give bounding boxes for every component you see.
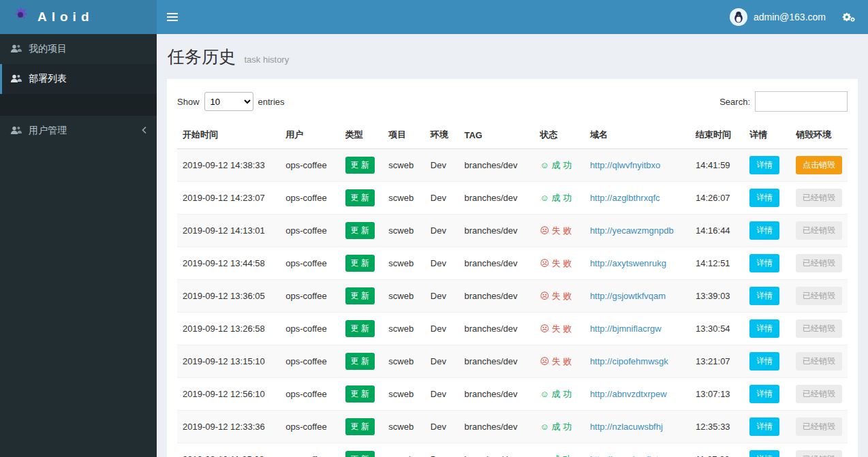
user-menu[interactable]: admin@163.com (730, 0, 826, 34)
detail-button[interactable]: 详情 (749, 221, 779, 240)
destroy-button[interactable]: 点击销毁 (796, 156, 842, 174)
cell-destroy: 已经销毁 (790, 345, 848, 378)
cell-destroy: 已经销毁 (790, 378, 848, 411)
sidebar-item-user-management[interactable]: 用户管理 (0, 116, 157, 146)
cell-type: 更 新 (340, 247, 384, 280)
destroy-button[interactable]: 已经销毁 (796, 189, 842, 207)
status-badge: ☺ 成 功 (540, 193, 572, 203)
type-badge: 更 新 (345, 222, 375, 239)
page-title: 任务历史 (168, 47, 236, 66)
cell-status: ☹ 失 败 (534, 345, 584, 378)
table-row: 2019-09-12 14:13:01 ops-coffee 更 新 scweb… (177, 215, 848, 247)
col-domain[interactable]: 域名 (585, 121, 690, 149)
cell-domain: http://cipofehmwsgk (585, 345, 690, 378)
domain-link[interactable]: http://cipofehmwsgk (590, 356, 668, 366)
type-badge: 更 新 (345, 287, 375, 304)
cell-tag: branches/dev (459, 182, 534, 215)
page-size-select[interactable]: 10 (204, 92, 253, 111)
destroy-button[interactable]: 已经销毁 (796, 385, 842, 403)
domain-link[interactable]: http://gsjowtkfvqam (590, 291, 666, 301)
status-face-icon: ☹ (540, 258, 549, 268)
table-header-row: 开始时间 用户 类型 项目 环境 TAG 状态 域名 结束时间 详情 销毁环境 (177, 121, 848, 149)
page-size-control: Show 10 entries (177, 92, 285, 111)
search-control: Search: (719, 91, 848, 112)
users-icon (10, 74, 22, 85)
col-type[interactable]: 类型 (340, 121, 384, 149)
cell-user: ops-coffee (280, 215, 339, 247)
destroy-button[interactable]: 已经销毁 (796, 450, 842, 457)
brand[interactable]: Aloid (0, 0, 157, 34)
domain-link[interactable]: http://nzlacuwsbfhj (590, 422, 663, 432)
cell-tag: branches/dev (459, 280, 534, 313)
detail-button[interactable]: 详情 (749, 156, 779, 174)
detail-button[interactable]: 详情 (749, 287, 779, 305)
cell-user: ops-coffee (280, 313, 339, 345)
cell-user: ops-coffee (280, 345, 339, 378)
cell-env: Dev (425, 443, 459, 457)
domain-link[interactable]: http://sowglavdjqtc (590, 454, 663, 457)
status-badge: ☹ 失 败 (540, 258, 572, 268)
col-env[interactable]: 环境 (425, 121, 459, 149)
cell-tag: branches/dev (459, 411, 534, 443)
domain-link[interactable]: http://qlwvfnyitbxo (590, 160, 660, 170)
cell-end-time: 13:07:13 (690, 378, 744, 411)
destroy-button[interactable]: 已经销毁 (796, 417, 842, 436)
col-end-time[interactable]: 结束时间 (690, 121, 744, 149)
col-start-time[interactable]: 开始时间 (177, 121, 280, 149)
status-text: 成 功 (551, 193, 572, 203)
domain-link[interactable]: http://bjmniflacrgw (590, 324, 662, 334)
col-tag[interactable]: TAG (459, 121, 534, 149)
destroy-button[interactable]: 已经销毁 (796, 221, 842, 240)
cell-user: ops-coffee (280, 378, 339, 411)
destroy-button[interactable]: 已经销毁 (796, 287, 842, 305)
settings-gears-icon[interactable] (841, 10, 856, 24)
destroy-button[interactable]: 已经销毁 (796, 352, 842, 371)
cell-type: 更 新 (340, 345, 384, 378)
cell-user: ops-coffee (280, 411, 339, 443)
domain-link[interactable]: http://yecawzmgnpdb (590, 225, 674, 236)
sidebar-item-deploy-list[interactable]: 部署列表 (0, 64, 157, 94)
cell-user: ops-coffee (280, 182, 339, 215)
sidebar-toggle-icon[interactable] (157, 0, 188, 34)
sidebar: 我的项目 部署列表 用户管理 (0, 34, 157, 457)
col-user[interactable]: 用户 (280, 121, 339, 149)
type-badge: 更 新 (345, 353, 375, 370)
cell-end-time: 14:41:59 (690, 149, 744, 182)
detail-button[interactable]: 详情 (749, 417, 779, 436)
detail-button[interactable]: 详情 (749, 385, 779, 403)
cell-destroy: 已经销毁 (790, 411, 848, 443)
sidebar-item-label: 部署列表 (29, 73, 67, 85)
col-detail[interactable]: 详情 (744, 121, 790, 149)
cell-status: ☺ 成 功 (534, 443, 584, 457)
domain-link[interactable]: http://azglbthrxqfc (590, 193, 660, 203)
cell-env: Dev (425, 247, 459, 280)
col-status[interactable]: 状态 (534, 121, 584, 149)
cell-detail: 详情 (744, 411, 790, 443)
cell-detail: 详情 (744, 378, 790, 411)
domain-link[interactable]: http://axytswenrukg (590, 258, 666, 268)
col-destroy[interactable]: 销毁环境 (790, 121, 848, 149)
cell-end-time: 14:26:07 (690, 182, 744, 215)
type-badge: 更 新 (345, 385, 375, 403)
cell-project: scweb (383, 182, 425, 215)
domain-link[interactable]: http://abnvzdtxrpew (590, 389, 667, 399)
cell-tag: branches/dev (459, 247, 534, 280)
sidebar-item-my-projects[interactable]: 我的项目 (0, 34, 157, 64)
status-badge: ☹ 失 败 (540, 291, 572, 301)
detail-button[interactable]: 详情 (749, 319, 779, 338)
cell-type: 更 新 (340, 182, 384, 215)
cell-type: 更 新 (340, 313, 384, 345)
search-input[interactable] (755, 91, 848, 112)
type-badge: 更 新 (345, 418, 375, 435)
type-badge: 更 新 (345, 320, 375, 337)
detail-button[interactable]: 详情 (749, 450, 779, 457)
cell-tag: branches/dev (459, 313, 534, 345)
detail-button[interactable]: 详情 (749, 254, 779, 272)
col-project[interactable]: 项目 (383, 121, 425, 149)
detail-button[interactable]: 详情 (749, 189, 779, 207)
destroy-button[interactable]: 已经销毁 (796, 254, 842, 272)
cell-tag: branches/dev (459, 378, 534, 411)
cell-env: Dev (425, 182, 459, 215)
detail-button[interactable]: 详情 (749, 352, 779, 371)
destroy-button[interactable]: 已经销毁 (796, 319, 842, 338)
